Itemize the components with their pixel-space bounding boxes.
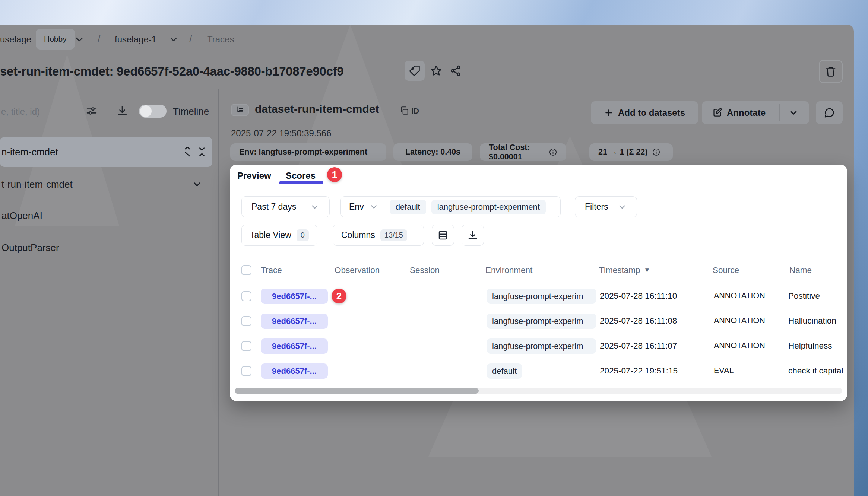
fold-vertical-icon[interactable] — [197, 147, 207, 157]
delete-button[interactable] — [819, 60, 843, 83]
sidebar-item[interactable]: t-run-item-cmdet — [1, 179, 73, 190]
comments-button[interactable] — [816, 101, 843, 124]
copy-id-icon[interactable] — [399, 106, 409, 115]
add-to-datasets-label: Add to datasets — [618, 108, 685, 118]
cost-badge: Total Cost: $0.00001 — [480, 143, 566, 161]
unfold-vertical-icon[interactable] — [182, 147, 193, 157]
download-icon — [467, 230, 478, 241]
info-icon[interactable] — [652, 148, 660, 156]
col-header-environment[interactable]: Environment — [485, 257, 532, 284]
annotate-chevron-icon[interactable] — [788, 108, 799, 118]
select-all-checkbox[interactable] — [241, 265, 251, 275]
divider — [230, 284, 847, 284]
trace-id-chip[interactable]: 9ed6657f-... — [261, 289, 328, 304]
search-input[interactable]: e, title, id) — [1, 106, 40, 117]
tag-button[interactable] — [405, 61, 425, 81]
sidebar-item[interactable]: atOpenAI — [1, 210, 42, 222]
breadcrumb-org[interactable]: uselage — [0, 25, 31, 54]
timeline-label: Timeline — [173, 106, 209, 117]
split-divider — [779, 104, 780, 121]
divider — [384, 200, 384, 214]
col-header-timestamp[interactable]: Timestamp ▼ — [599, 257, 650, 284]
columns-button[interactable]: Columns 13/15 — [333, 225, 424, 246]
sidebar-item-label: n-item-cmdet — [1, 146, 58, 158]
env-filter-button[interactable]: Env default langfuse-prompt-experiment — [340, 196, 561, 217]
rows-icon — [437, 230, 449, 241]
breadcrumb-separator: / — [98, 25, 101, 54]
col-header-name[interactable]: Name — [789, 257, 812, 284]
source-cell: ANNOTATION — [714, 316, 765, 325]
sort-desc-icon: ▼ — [644, 267, 650, 274]
star-button[interactable] — [427, 61, 446, 81]
active-tab-indicator — [279, 181, 323, 184]
chevron-down-icon[interactable] — [191, 179, 203, 190]
share-button[interactable] — [446, 61, 465, 81]
token-usage-label: 21 → 1 (Σ 22) — [598, 147, 647, 157]
sidebar-item[interactable]: OutputParser — [1, 242, 59, 254]
share-icon — [450, 65, 462, 77]
env-badge-label: Env: langfuse-prompt-experiment — [239, 147, 367, 157]
trace-type-icon — [231, 104, 249, 116]
env-value-chip: default — [390, 200, 426, 214]
date-range-label: Past 7 days — [251, 202, 296, 212]
trace-id-chip[interactable]: 9ed6657f-... — [261, 338, 328, 354]
detail-title: dataset-run-item-cmdet — [255, 103, 379, 115]
plan-badge: Hobby — [36, 29, 75, 50]
row-checkbox[interactable] — [241, 316, 251, 326]
col-header-observation[interactable]: Observation — [335, 257, 380, 284]
row-checkbox[interactable] — [241, 341, 251, 351]
tag-icon — [409, 65, 420, 76]
sidebar-divider[interactable] — [218, 89, 219, 496]
col-header-trace[interactable]: Trace — [261, 257, 282, 284]
environment-chip: langfuse-prompt-experim — [487, 338, 596, 354]
token-usage-badge: 21 → 1 (Σ 22) — [589, 143, 673, 161]
latency-badge-label: Latency: 0.40s — [405, 147, 460, 157]
annotation-marker-2: 2 — [332, 289, 346, 303]
org-switcher-chevron-icon[interactable] — [74, 25, 85, 54]
breadcrumb-project[interactable]: fuselage-1 — [115, 25, 156, 54]
chevron-down-icon — [369, 202, 378, 212]
col-header-session[interactable]: Session — [410, 257, 440, 284]
info-icon[interactable] — [549, 148, 557, 156]
environment-chip: default — [487, 363, 522, 379]
export-button[interactable] — [462, 225, 484, 246]
sidebar-item-selected[interactable]: n-item-cmdet — [0, 137, 212, 167]
timestamp-cell: 2025-07-28 16:11:10 — [600, 291, 677, 301]
annotate-split-button[interactable]: Annotate — [702, 101, 809, 124]
filters-button[interactable]: Filters — [575, 196, 637, 217]
timeline-toggle[interactable] — [139, 105, 167, 118]
chevron-down-icon — [617, 202, 627, 212]
environment-chip: langfuse-prompt-experim — [487, 289, 596, 304]
project-switcher-chevron-icon[interactable] — [168, 25, 179, 54]
tab-preview[interactable]: Preview — [237, 165, 271, 187]
name-cell: Hallucination — [788, 316, 836, 326]
timestamp-cell: 2025-07-22 19:51:15 — [600, 366, 678, 376]
divider — [230, 309, 847, 309]
tab-scores-label: Scores — [286, 171, 316, 181]
divider — [0, 89, 854, 89]
row-checkbox[interactable] — [241, 366, 251, 376]
env-filter-label: Env — [349, 202, 364, 212]
star-icon — [430, 65, 442, 77]
breadcrumb-separator: / — [189, 25, 192, 54]
breadcrumb: uselage Hobby / fuselage-1 / Traces — [0, 25, 854, 54]
breadcrumb-section[interactable]: Traces — [207, 25, 234, 54]
add-to-datasets-button[interactable]: Add to datasets — [591, 101, 698, 124]
id-label[interactable]: ID — [411, 106, 419, 115]
divider — [230, 187, 847, 187]
row-height-button[interactable] — [432, 225, 454, 246]
chevron-down-icon — [310, 202, 320, 212]
horizontal-scrollbar[interactable] — [235, 388, 842, 394]
trace-id-chip[interactable]: 9ed6657f-... — [261, 363, 328, 379]
table-view-label: Table View — [250, 230, 291, 240]
filter-settings-icon[interactable] — [86, 105, 98, 117]
date-range-button[interactable]: Past 7 days — [241, 196, 330, 217]
trace-id-chip[interactable]: 9ed6657f-... — [261, 314, 328, 329]
col-header-source[interactable]: Source — [713, 257, 739, 284]
download-icon[interactable] — [116, 105, 128, 117]
columns-count-badge: 13/15 — [380, 229, 407, 241]
row-checkbox[interactable] — [241, 291, 251, 301]
scrollbar-thumb[interactable] — [235, 388, 479, 394]
timestamp-cell: 2025-07-28 16:11:07 — [600, 341, 677, 351]
table-view-button[interactable]: Table View 0 — [241, 225, 317, 246]
